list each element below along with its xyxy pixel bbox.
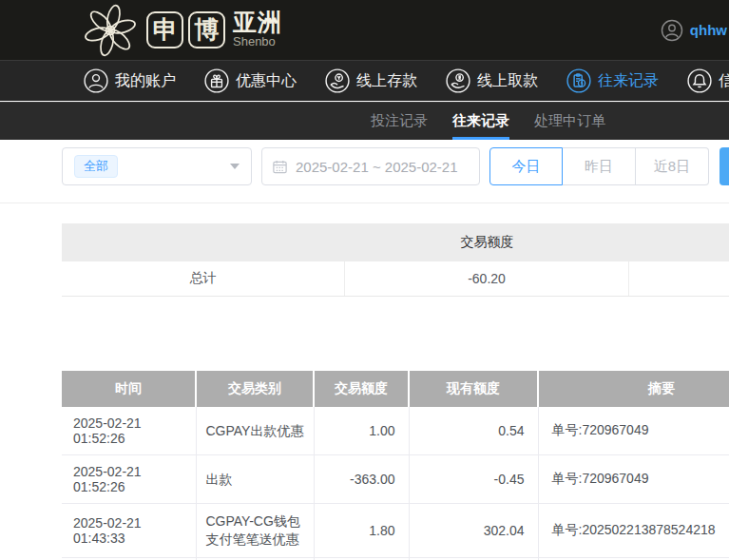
deposit-icon	[325, 68, 350, 93]
quick-button-label: 近8日	[654, 158, 690, 176]
sub-nav: 投注记录 往来记录 处理中订单	[0, 102, 729, 140]
calendar-icon	[272, 159, 288, 175]
cell-balance: 302.04	[409, 504, 538, 558]
nav-item-label: 线上取款	[477, 71, 538, 91]
nav-item-label: 信息	[719, 71, 729, 91]
cell-summary: 单号:720967049	[538, 455, 729, 504]
tab-label: 往来记录	[452, 112, 509, 130]
main-nav: 我的账户 优惠中心 线上存款 线上取款 往来记录	[0, 60, 729, 101]
logo-region-text: 亚洲	[233, 10, 282, 34]
summary-total-value: -60.20	[345, 261, 629, 296]
last-8-days-button[interactable]: 近8日	[636, 147, 709, 185]
logo-char-box: 申	[146, 11, 183, 48]
quick-button-label: 今日	[512, 158, 541, 176]
nav-item-my-account[interactable]: 我的账户	[84, 68, 176, 93]
cell-amount: 1.80	[314, 504, 409, 558]
type-select[interactable]: 全部	[62, 147, 252, 185]
table-row: 2025-02-21 01:52:26 CGPAY出款优惠 1.00 0.54 …	[62, 407, 729, 455]
summary-total-label: 总计	[62, 261, 345, 296]
search-button[interactable]	[719, 147, 729, 185]
records-icon	[566, 68, 591, 93]
summary-header-row: 交易额度	[62, 223, 729, 261]
nav-item-promotions[interactable]: 优惠中心	[204, 68, 297, 93]
tab-processing-orders[interactable]: 处理中订单	[534, 103, 605, 140]
today-button[interactable]: 今日	[489, 147, 563, 185]
header-amount: 交易额度	[314, 371, 409, 407]
summary-empty-cell	[629, 261, 729, 296]
summary-header-cell	[629, 223, 729, 261]
user-icon	[84, 68, 108, 93]
quick-button-label: 昨日	[585, 158, 613, 176]
summary-total-row: 总计 -60.20	[62, 261, 729, 297]
table-row: 2025-02-21 01:43:33 CGPAY-CG钱包支付笔笔送优惠 1.…	[62, 504, 729, 558]
cell-balance: 0.54	[409, 407, 538, 455]
logo-char-box: 博	[188, 11, 225, 48]
nav-item-label: 优惠中心	[236, 71, 297, 91]
section-divider	[0, 203, 729, 203]
nav-item-deposit[interactable]: 线上存款	[325, 68, 417, 93]
summary-amount-header: 交易额度	[345, 223, 629, 261]
summary-header-cell	[62, 223, 345, 261]
logo-latin-text: Shenbo	[233, 34, 282, 49]
date-range-value: 2025-02-21 ~ 2025-02-21	[296, 159, 458, 175]
nav-item-label: 往来记录	[598, 71, 659, 91]
filter-bar: 全部 2025-02-21 ~ 2025-02-21 今日 昨日 近8日	[0, 147, 729, 185]
screen: 申 博 亚洲 Shenbo qhhw 我的账户 优惠中心	[0, 0, 729, 560]
nav-item-transactions[interactable]: 往来记录	[566, 68, 659, 93]
cell-time: 2025-02-21 01:52:26	[62, 407, 196, 455]
cell-summary: 单号:202502213878524218	[538, 504, 729, 558]
nav-item-withdraw[interactable]: 线上取款	[446, 68, 538, 93]
table-row: 2025-02-21 01:52:26 出款 -363.00 -0.45 单号:…	[62, 455, 729, 504]
table-header-row: 时间 交易类别 交易额度 现有额度 摘要	[62, 371, 729, 407]
cell-balance: -0.45	[409, 455, 538, 504]
nav-item-label: 我的账户	[115, 71, 176, 91]
type-select-value: 全部	[74, 155, 118, 178]
transactions-table: 时间 交易类别 交易额度 现有额度 摘要 2025-02-21 01:52:26…	[62, 371, 729, 560]
brand-logo: 申 博 亚洲 Shenbo	[80, 3, 282, 58]
nav-item-messages[interactable]: 信息	[687, 68, 729, 93]
flower-logo-icon	[80, 3, 141, 58]
quick-range-group: 今日 昨日 近8日	[489, 147, 709, 185]
date-range-input[interactable]: 2025-02-21 ~ 2025-02-21	[261, 147, 480, 185]
user-circle-icon	[661, 19, 683, 42]
header-summary: 摘要	[538, 371, 729, 407]
tab-label: 投注记录	[371, 112, 428, 130]
header-balance: 现有额度	[409, 371, 538, 407]
cell-time: 2025-02-21 01:43:33	[62, 504, 196, 558]
cell-type: CGPAY出款优惠	[196, 407, 314, 455]
tab-label: 处理中订单	[534, 112, 605, 130]
username: qhhw	[690, 22, 727, 38]
logo-char: 申	[153, 13, 178, 47]
tab-bet-records[interactable]: 投注记录	[371, 103, 428, 140]
account-menu[interactable]: qhhw	[661, 0, 729, 60]
cell-summary: 单号:720967049	[538, 407, 729, 455]
cell-amount: -363.00	[314, 455, 409, 504]
bell-icon	[687, 68, 712, 93]
cell-type: 出款	[196, 455, 314, 504]
header-time: 时间	[62, 371, 196, 407]
logo-char: 博	[195, 13, 220, 47]
tab-transaction-records[interactable]: 往来记录	[452, 103, 509, 140]
yesterday-button[interactable]: 昨日	[563, 147, 636, 185]
summary-table: 交易额度 总计 -60.20	[62, 223, 729, 297]
nav-item-label: 线上存款	[356, 71, 417, 91]
topbar: 申 博 亚洲 Shenbo qhhw	[0, 0, 729, 60]
gift-icon	[204, 68, 229, 93]
cell-type: CGPAY-CG钱包支付笔笔送优惠	[196, 504, 314, 558]
withdraw-icon	[446, 68, 470, 93]
cell-time: 2025-02-21 01:52:26	[62, 455, 196, 504]
chevron-down-icon	[230, 164, 240, 169]
cell-amount: 1.00	[314, 407, 409, 455]
header-type: 交易类别	[196, 371, 314, 407]
